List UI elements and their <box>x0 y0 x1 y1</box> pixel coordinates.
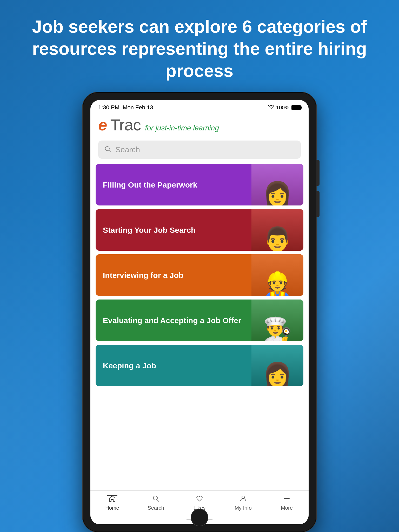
home-icon <box>109 495 116 503</box>
battery-icon <box>291 105 301 110</box>
avatar-interview <box>251 254 303 296</box>
logo-trac: Trac <box>110 116 141 134</box>
svg-point-4 <box>242 496 244 498</box>
search-nav-icon <box>152 495 159 503</box>
logo-tagline: for just-in-time learning <box>145 124 219 132</box>
battery-percentage: 100% <box>276 105 289 111</box>
category-image-paperwork <box>251 164 303 205</box>
svg-line-1 <box>109 150 111 152</box>
likes-icon <box>196 495 203 503</box>
status-right: 100% <box>268 105 301 111</box>
category-label-interview: Interviewing for a Job <box>96 270 251 280</box>
nav-item-more[interactable]: More <box>274 495 300 511</box>
category-image-jobsearch <box>251 209 303 251</box>
avatar-paperwork <box>251 164 303 205</box>
category-card-keepjob[interactable]: Keeping a Job <box>96 345 303 386</box>
categories-list: Filling Out the Paperwork Starting Your … <box>90 164 309 490</box>
category-card-joboffer[interactable]: Evaluating and Accepting a Job Offer <box>96 300 303 341</box>
category-card-paperwork[interactable]: Filling Out the Paperwork <box>96 164 303 205</box>
nav-label-myinfo: My Info <box>235 505 252 511</box>
avatar-joboffer <box>251 300 303 341</box>
status-time: 1:30 PM Mon Feb 13 <box>98 104 153 111</box>
nav-item-home[interactable]: Home <box>99 495 125 511</box>
tablet-home-button[interactable] <box>191 509 208 526</box>
search-container: Search <box>90 138 309 164</box>
category-label-paperwork: Filling Out the Paperwork <box>96 180 251 190</box>
svg-line-3 <box>157 500 159 501</box>
category-label-joboffer: Evaluating and Accepting a Job Offer <box>96 315 251 325</box>
tablet-frame: 1:30 PM Mon Feb 13 100% <box>83 92 316 532</box>
search-bar[interactable]: Search <box>98 141 301 159</box>
category-image-joboffer <box>251 300 303 341</box>
tablet-screen: 1:30 PM Mon Feb 13 100% <box>90 100 309 524</box>
logo: eTrac for just-in-time learning <box>98 116 301 134</box>
avatar-keepjob <box>251 345 303 386</box>
avatar-jobsearch <box>251 209 303 251</box>
nav-label-search: Search <box>148 505 164 511</box>
page-headline: Job seekers can explore 6 categories of … <box>0 0 399 92</box>
status-bar: 1:30 PM Mon Feb 13 100% <box>90 100 309 113</box>
more-icon <box>283 495 290 503</box>
category-image-interview <box>251 254 303 296</box>
category-card-interview[interactable]: Interviewing for a Job <box>96 254 303 296</box>
nav-item-myinfo[interactable]: My Info <box>230 495 256 511</box>
logo-e: e <box>98 116 107 134</box>
nav-label-home: Home <box>105 505 119 511</box>
category-label-keepjob: Keeping a Job <box>96 361 251 371</box>
nav-label-more: More <box>281 505 293 511</box>
app-header: eTrac for just-in-time learning <box>90 113 309 138</box>
nav-item-search[interactable]: Search <box>143 495 169 511</box>
category-card-jobsearch[interactable]: Starting Your Job Search <box>96 209 303 251</box>
search-icon <box>104 146 111 154</box>
category-image-keepjob <box>251 345 303 386</box>
search-placeholder-text: Search <box>115 145 140 154</box>
wifi-icon <box>268 105 274 111</box>
category-label-jobsearch: Starting Your Job Search <box>96 225 251 235</box>
myinfo-icon <box>240 495 247 503</box>
